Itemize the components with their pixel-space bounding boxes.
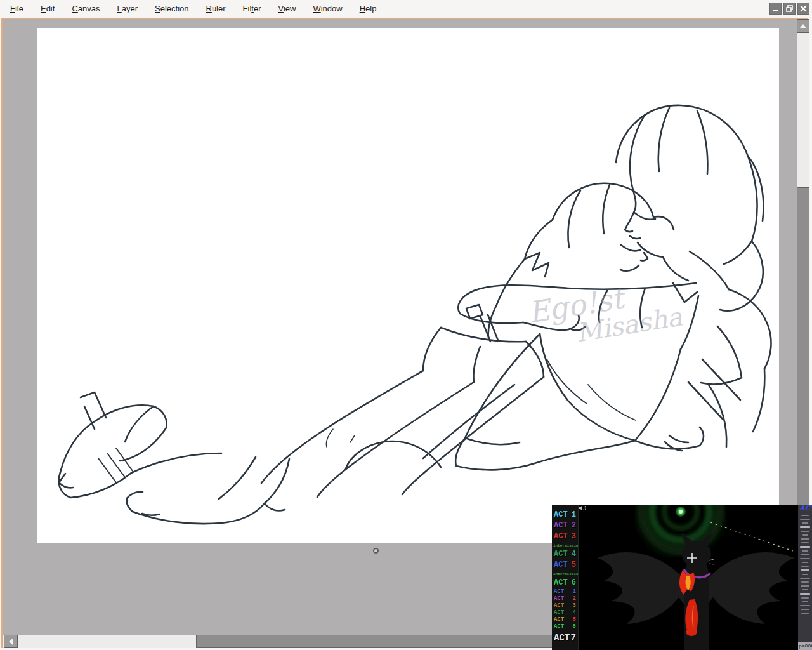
sidebar-text-line (801, 538, 809, 540)
chapter-item-act-6[interactable]: ACT6 (552, 623, 578, 630)
chapter-item-act-2[interactable]: ACT2 (552, 521, 578, 531)
chapter-act-number: 6 (572, 578, 576, 588)
menu-item-file[interactable]: File (10, 1, 23, 16)
sidebar-text-line (800, 593, 809, 595)
chapter-item-act-3[interactable]: ACT3 (552, 602, 578, 609)
chapter-item-act-6[interactable]: ACT6 (552, 578, 578, 588)
chapter-act-number: 2 (573, 595, 576, 602)
speaker-icon[interactable] (579, 505, 586, 511)
chapter-act-label: ACT (554, 609, 564, 616)
minimize-button[interactable] (769, 3, 782, 15)
chapter-item-act-5[interactable]: ACT5 (552, 560, 578, 571)
sidebar-text-line (800, 546, 810, 548)
chapter-act-label: ACT (554, 588, 564, 595)
sidebar-text-line (801, 566, 809, 567)
chapter-intermission[interactable]: intermission (552, 571, 578, 578)
scroll-left-button[interactable] (4, 635, 18, 648)
menu-item-selection[interactable]: Selection (155, 1, 188, 16)
chapter-intermission[interactable]: intermission (552, 542, 578, 549)
chapter-item-act-4[interactable]: ACT4 (552, 609, 578, 616)
menu-item-edit[interactable]: Edit (41, 1, 55, 16)
menu-item-filter[interactable]: Filter (243, 1, 261, 16)
sidebar-text-line (800, 605, 810, 606)
chapter-item-act-4[interactable]: ACT4 (552, 549, 578, 560)
chapter-item-act-5[interactable]: ACT5 (552, 616, 578, 623)
sidebar-text-line (801, 585, 809, 587)
video-sidebar[interactable]: ACT p=006 (798, 505, 812, 650)
menu-item-help[interactable]: Help (360, 1, 377, 16)
close-button[interactable] (797, 3, 809, 15)
sidebar-text-line (802, 601, 809, 602)
arrow-left-icon (9, 639, 13, 645)
sidebar-text-line (802, 562, 809, 563)
rotation-marker (373, 548, 379, 554)
sidebar-text-line (802, 550, 808, 552)
sidebar-text-line (801, 613, 809, 614)
chapter-act-number: 5 (572, 560, 576, 571)
chapter-item-act-1[interactable]: ACT1 (552, 510, 578, 521)
video-frame (579, 505, 798, 650)
sidebar-text-line (802, 589, 808, 590)
menu-item-window[interactable]: Window (313, 1, 342, 16)
sidebar-text-line (801, 554, 809, 555)
sidebar-text-line (802, 522, 808, 524)
minimize-icon (772, 5, 779, 12)
chapter-item-act-7[interactable]: ACT7 (552, 632, 578, 645)
sidebar-text-line (800, 578, 809, 579)
window-controls (769, 3, 809, 15)
restore-icon (786, 5, 793, 12)
sidebar-text-line (801, 531, 809, 532)
video-sidebar-footer: p=006 (798, 642, 812, 650)
chapter-act-number: 6 (573, 623, 576, 630)
video-viewport[interactable] (579, 505, 798, 650)
chapter-act-label: ACT (554, 616, 564, 623)
chapter-act-label: ACT (554, 578, 568, 588)
chapter-item-act-3[interactable]: ACT3 (552, 531, 578, 542)
chapter-act-label: ACT (554, 595, 564, 602)
chapter-act-number: 1 (572, 510, 576, 521)
sidebar-text-line (800, 526, 809, 528)
chapter-act-number: 3 (572, 531, 576, 542)
artwork-lineart (37, 28, 779, 543)
video-sidebar-header: ACT (798, 505, 812, 512)
chapter-act-number: 3 (573, 602, 576, 609)
canvas-area[interactable]: Ego!st Misasha (37, 28, 779, 543)
sidebar-text-line (801, 581, 809, 583)
scroll-up-button[interactable] (797, 19, 809, 33)
chapter-item-act-1[interactable]: ACT1 (552, 588, 578, 595)
chapter-list: ACT1ACT2ACT3intermissionACT4ACT5intermis… (552, 505, 579, 650)
restore-button[interactable] (783, 3, 796, 15)
sidebar-text-line (800, 558, 809, 559)
chapter-act-number: 5 (573, 616, 576, 623)
menu-item-canvas[interactable]: Canvas (72, 1, 100, 16)
sidebar-text-line (801, 609, 809, 610)
arrow-up-icon (800, 24, 806, 28)
chapter-act-label: ACT (554, 510, 568, 521)
chapter-act-label: ACT (554, 632, 570, 645)
vertical-scroll-thumb[interactable] (797, 187, 809, 543)
chapter-act-number: 1 (573, 588, 576, 595)
sidebar-text-line (801, 569, 809, 571)
menu-bar: FileEditCanvasLayerSelectionRulerFilterV… (0, 0, 812, 17)
menu-item-view[interactable]: View (278, 1, 296, 16)
chapter-act-label: ACT (554, 623, 564, 630)
sidebar-text-line (801, 515, 809, 516)
sidebar-text-line (800, 519, 810, 520)
chapter-act-label: ACT (554, 560, 568, 571)
video-overlay[interactable]: ACT1ACT2ACT3intermissionACT4ACT5intermis… (552, 505, 812, 650)
chapter-act-number: 7 (571, 632, 576, 645)
chapter-act-label: ACT (554, 521, 568, 531)
app-window: { "menu": { "items": [ {"label": "File",… (0, 0, 812, 650)
chapter-act-label: ACT (554, 549, 568, 560)
chapter-act-label: ACT (554, 531, 568, 542)
sidebar-text-line (802, 574, 808, 575)
chapter-item-act-2[interactable]: ACT2 (552, 595, 578, 602)
menu-item-ruler[interactable]: Ruler (206, 1, 225, 16)
sidebar-text-line (801, 542, 809, 543)
chapter-act-number: 4 (573, 609, 576, 616)
chapter-act-label: ACT (554, 602, 564, 609)
chapter-act-number: 4 (572, 549, 576, 560)
sidebar-text-line (801, 597, 809, 599)
menu-item-layer[interactable]: Layer (117, 1, 138, 16)
close-icon (800, 5, 807, 12)
